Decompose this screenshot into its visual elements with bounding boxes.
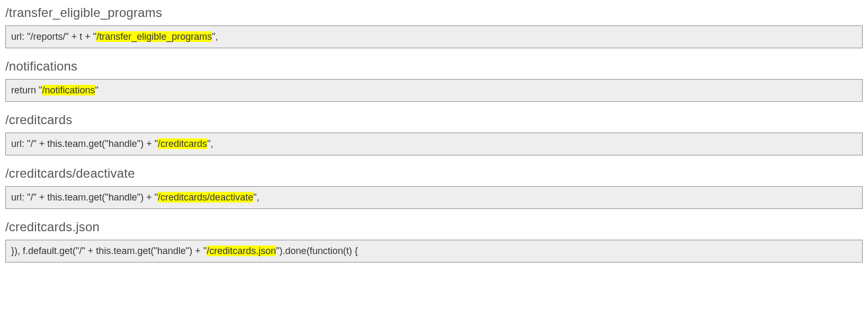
section-transfer-eligible-programs: /transfer_eligible_programs url: "/repor… <box>5 5 863 48</box>
code-text-pre: url: "/reports/" + t + " <box>11 31 96 42</box>
code-text-pre: }), f.default.get("/" + this.team.get("h… <box>11 246 207 256</box>
code-text-post: ", <box>207 138 213 149</box>
code-text-post: ").done(function(t) { <box>276 246 357 256</box>
code-text-pre: url: "/" + this.team.get("handle") + " <box>11 192 158 203</box>
code-block: }), f.default.get("/" + this.team.get("h… <box>5 240 863 263</box>
code-text-post: ", <box>212 31 218 42</box>
section-creditcards-json: /creditcards.json }), f.default.get("/" … <box>5 220 863 263</box>
section-heading: /creditcards.json <box>5 220 863 234</box>
section-notifications: /notifications return "/notifications" <box>5 59 863 102</box>
code-text-pre: url: "/" + this.team.get("handle") + " <box>11 138 158 149</box>
code-text-highlighted: /creditcards.json <box>207 246 276 256</box>
section-heading: /notifications <box>5 59 863 74</box>
section-creditcards-deactivate: /creditcards/deactivate url: "/" + this.… <box>5 166 863 209</box>
code-block: url: "/" + this.team.get("handle") + "/c… <box>5 186 863 209</box>
section-heading: /creditcards/deactivate <box>5 166 863 181</box>
code-text-pre: return " <box>11 85 42 95</box>
code-text-highlighted: /creditcards/deactivate <box>158 192 253 203</box>
section-heading: /creditcards <box>5 112 863 127</box>
code-text-highlighted: /transfer_eligible_programs <box>96 31 212 42</box>
code-block: url: "/" + this.team.get("handle") + "/c… <box>5 133 863 155</box>
code-block: return "/notifications" <box>5 79 863 102</box>
code-text-post: " <box>95 85 98 95</box>
code-block: url: "/reports/" + t + "/transfer_eligib… <box>5 25 863 48</box>
section-creditcards: /creditcards url: "/" + this.team.get("h… <box>5 112 863 155</box>
code-text-post: ", <box>253 192 259 203</box>
section-heading: /transfer_eligible_programs <box>5 5 863 20</box>
code-text-highlighted: /notifications <box>42 85 95 95</box>
code-text-highlighted: /creditcards <box>158 138 207 149</box>
